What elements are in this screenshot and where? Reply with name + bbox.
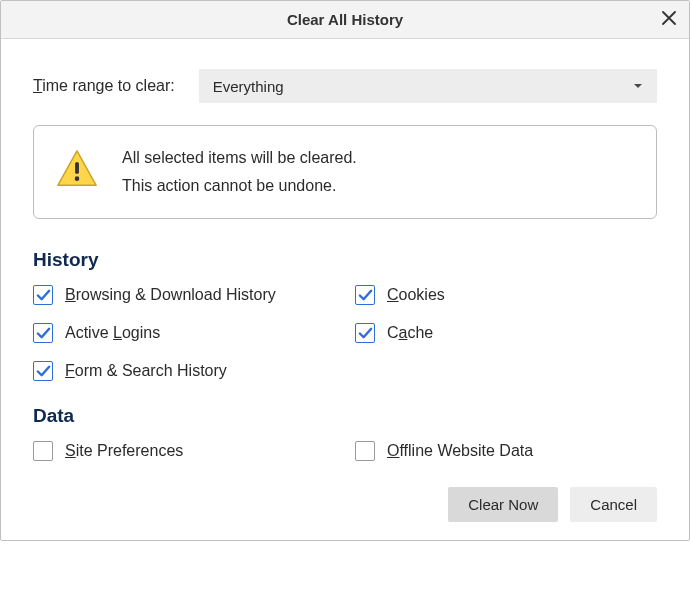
time-range-row: Time range to clear: Everything (33, 69, 657, 103)
data-section-title: Data (33, 405, 657, 427)
history-section-title: History (33, 249, 657, 271)
checkbox-offline-website-data[interactable]: Offline Website Data (355, 441, 657, 461)
warning-box: All selected items will be cleared. This… (33, 125, 657, 219)
time-range-label: Time range to clear: (33, 77, 175, 95)
checkbox-label: Cookies (387, 286, 445, 304)
checkbox-browsing-download-history[interactable]: Browsing & Download History (33, 285, 335, 305)
checkbox-input[interactable] (33, 323, 53, 343)
warning-line-2: This action cannot be undone. (122, 172, 357, 200)
checkbox-label: Active Logins (65, 324, 160, 342)
checkbox-site-preferences[interactable]: Site Preferences (33, 441, 335, 461)
dialog-button-row: Clear Now Cancel (33, 487, 657, 522)
svg-point-1 (75, 176, 80, 181)
time-range-value: Everything (213, 78, 633, 95)
time-range-select[interactable]: Everything (199, 69, 657, 103)
history-section: History Browsing & Download History Cook… (33, 249, 657, 381)
checkbox-cache[interactable]: Cache (355, 323, 657, 343)
checkbox-input[interactable] (33, 441, 53, 461)
close-icon (662, 11, 676, 29)
checkbox-input[interactable] (355, 323, 375, 343)
dialog-content: Time range to clear: Everything All sele… (1, 39, 689, 540)
clear-now-button[interactable]: Clear Now (448, 487, 558, 522)
checkbox-label: Browsing & Download History (65, 286, 276, 304)
close-button[interactable] (655, 6, 683, 34)
checkbox-label: Cache (387, 324, 433, 342)
warning-text: All selected items will be cleared. This… (122, 144, 357, 200)
checkbox-input[interactable] (33, 285, 53, 305)
dialog-titlebar: Clear All History (1, 1, 689, 39)
checkbox-input[interactable] (355, 441, 375, 461)
checkbox-input[interactable] (33, 361, 53, 381)
warning-line-1: All selected items will be cleared. (122, 144, 357, 172)
data-checkbox-grid: Site Preferences Offline Website Data (33, 441, 657, 461)
checkbox-label: Offline Website Data (387, 442, 533, 460)
checkbox-label: Form & Search History (65, 362, 227, 380)
checkbox-input[interactable] (355, 285, 375, 305)
checkbox-active-logins[interactable]: Active Logins (33, 323, 335, 343)
history-checkbox-grid: Browsing & Download History Cookies Acti… (33, 285, 657, 381)
clear-history-dialog: Clear All History Time range to clear: E… (0, 0, 690, 541)
svg-rect-0 (75, 162, 79, 174)
checkbox-form-search-history[interactable]: Form & Search History (33, 361, 335, 381)
cancel-button[interactable]: Cancel (570, 487, 657, 522)
checkbox-label: Site Preferences (65, 442, 183, 460)
data-section: Data Site Preferences Offline Website Da… (33, 405, 657, 461)
checkbox-cookies[interactable]: Cookies (355, 285, 657, 305)
chevron-down-icon (633, 77, 643, 95)
warning-icon (54, 147, 100, 197)
dialog-title: Clear All History (1, 11, 689, 28)
